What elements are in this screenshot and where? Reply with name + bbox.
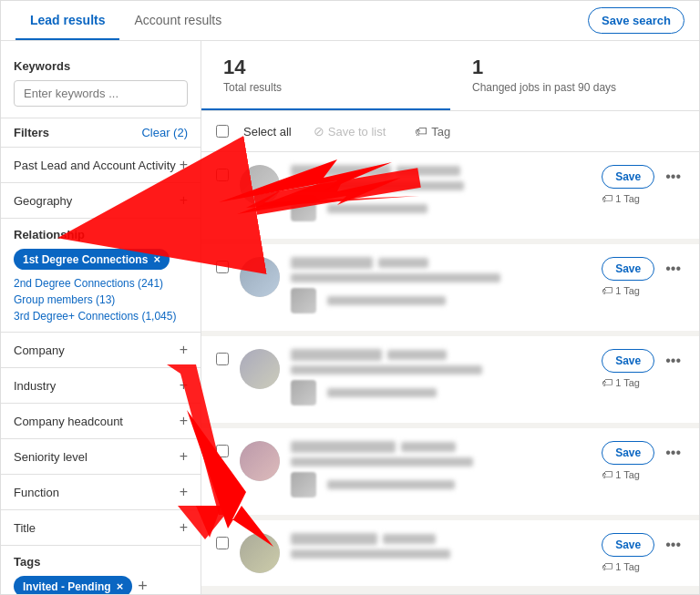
add-tag-button[interactable]: + [138, 577, 148, 595]
lead-name-1[interactable] [291, 165, 391, 177]
save-button-1[interactable]: Save [602, 165, 654, 189]
filter-label-geography: Geography [14, 194, 72, 208]
lead-title-5 [291, 549, 450, 559]
clear-filters-link[interactable]: Clear (2) [141, 126, 188, 139]
lead-checkbox-3[interactable] [216, 353, 229, 365]
filter-expand-headcount[interactable]: + [180, 413, 188, 429]
lead-avatar-5 [240, 533, 280, 573]
lead-card: Save 🏷 1 Tag ••• [201, 152, 699, 239]
filter-expand-industry[interactable]: + [180, 377, 188, 394]
filter-item-headcount[interactable]: Company headcount + [1, 403, 201, 438]
lead-list: Save 🏷 1 Tag ••• [201, 152, 699, 586]
total-results-label: Total results [223, 81, 428, 94]
filter-expand-geography[interactable]: + [180, 192, 188, 209]
more-options-3[interactable]: ••• [662, 349, 685, 373]
filter-expand-company[interactable]: + [180, 342, 188, 358]
lead-info-5 [291, 533, 591, 564]
lead-card-2: Save 🏷 1 Tag ••• [201, 244, 699, 331]
filter-label-headcount: Company headcount [14, 415, 123, 428]
filter-item-company[interactable]: Company + [1, 332, 201, 367]
save-button-2[interactable]: Save [602, 257, 654, 281]
lead-checkbox-1[interactable] [216, 169, 229, 181]
more-options-4[interactable]: ••• [662, 441, 685, 465]
lead-title-1 [291, 181, 464, 190]
lead-name-4[interactable] [291, 441, 396, 453]
lead-info-2 [291, 257, 591, 318]
remove-invited-pending-chip[interactable]: × [117, 580, 124, 593]
invited-pending-chip[interactable]: Invited - Pending × [14, 576, 132, 595]
lead-company-logo-4 [291, 472, 316, 498]
3rd-degree-link[interactable]: 3rd Degree+ Connections (1,045) [14, 310, 188, 323]
lead-company-4 [327, 480, 455, 489]
save-search-button[interactable]: Save search [588, 7, 685, 34]
lead-checkbox-2[interactable] [216, 261, 229, 273]
lead-name-2[interactable] [291, 257, 373, 269]
tag-icon-1: 🏷 [602, 192, 612, 205]
avatar-placeholder-4 [240, 441, 280, 481]
tab-account-results[interactable]: Account results [119, 2, 236, 40]
save-to-list-button[interactable]: ⊘ Save to list [306, 120, 394, 142]
save-to-list-icon: ⊘ [314, 124, 324, 138]
tag-count-2: 1 Tag [615, 285, 640, 296]
tab-lead-results[interactable]: Lead results [15, 2, 119, 40]
lead-name-row-3 [291, 349, 591, 361]
lead-name-5[interactable] [291, 533, 377, 545]
filter-item-industry[interactable]: Industry + [1, 367, 201, 403]
filter-expand-function[interactable]: + [180, 484, 188, 500]
save-button-5[interactable]: Save [602, 533, 654, 557]
filter-expand-title[interactable]: + [180, 519, 188, 536]
tag-count-1: 1 Tag [615, 193, 640, 204]
save-button-4[interactable]: Save [602, 441, 654, 465]
lead-info-4 [291, 441, 591, 502]
filter-expand-past-lead[interactable]: + [180, 157, 188, 173]
header-tabs: Lead results Account results [15, 2, 236, 40]
lead-card-3: Save 🏷 1 Tag ••• [201, 336, 699, 423]
lead-checkbox-4[interactable] [216, 445, 229, 457]
lead-name-row-2 [291, 257, 591, 269]
stat-changed-jobs[interactable]: 1 Changed jobs in past 90 days [450, 41, 699, 110]
lead-name-row-4 [291, 441, 591, 453]
lead-badge-4 [401, 442, 456, 452]
lead-actions-5: Save 🏷 1 Tag ••• [602, 533, 685, 573]
select-all-checkbox[interactable] [216, 125, 229, 138]
lead-title-4 [291, 457, 473, 467]
group-members-link[interactable]: Group members (13) [14, 293, 188, 306]
keywords-input[interactable] [14, 80, 188, 107]
filter-item-geography[interactable]: Geography + [1, 182, 201, 218]
more-options-1[interactable]: ••• [662, 165, 685, 189]
tag-icon-4: 🏷 [602, 468, 612, 481]
filter-item-title[interactable]: Title + [1, 509, 201, 545]
filter-item-past-lead[interactable]: Past Lead and Account Activity + [1, 147, 201, 182]
lead-checkbox-5[interactable] [216, 537, 229, 549]
filter-expand-seniority[interactable]: + [180, 448, 188, 465]
tag-icon: 🏷 [415, 124, 427, 138]
tag-icon-3: 🏷 [602, 376, 612, 389]
save-button-3[interactable]: Save [602, 349, 654, 373]
tags-section: Tags Invited - Pending × + [1, 545, 201, 595]
tag-icon-2: 🏷 [602, 284, 612, 297]
filter-item-seniority[interactable]: Seniority level + [1, 438, 201, 474]
more-options-5[interactable]: ••• [662, 533, 685, 557]
stat-total-results[interactable]: 14 Total results [201, 41, 450, 110]
tag-info-4: 🏷 1 Tag [602, 468, 654, 481]
lead-title-3 [291, 365, 482, 374]
degree-chip[interactable]: 1st Degree Connections × [14, 249, 170, 270]
lead-avatar-4 [240, 441, 280, 481]
remove-1st-degree-chip[interactable]: × [153, 252, 160, 266]
lead-badge-2 [378, 258, 428, 268]
main-layout: Keywords Filters Clear (2) Past Lead and… [1, 41, 699, 595]
lead-card-4: Save 🏷 1 Tag ••• [201, 428, 699, 515]
lead-name-3[interactable] [291, 349, 382, 361]
tag-info-5: 🏷 1 Tag [602, 560, 654, 573]
keywords-section: Keywords [1, 52, 201, 118]
filter-item-function[interactable]: Function + [1, 474, 201, 509]
tags-row: Invited - Pending × + [14, 576, 188, 595]
lead-card-5: Save 🏷 1 Tag ••• [201, 520, 699, 586]
relationship-section: Relationship 1st Degree Connections × 2n… [1, 218, 201, 332]
more-options-2[interactable]: ••• [662, 257, 685, 281]
2nd-degree-link[interactable]: 2nd Degree Connections (241) [14, 277, 188, 290]
tag-button[interactable]: 🏷 Tag [407, 120, 458, 142]
lead-company-logo-1 [291, 196, 316, 221]
lead-company-2 [327, 296, 446, 305]
content-area: 14 Total results 1 Changed jobs in past … [201, 41, 699, 595]
